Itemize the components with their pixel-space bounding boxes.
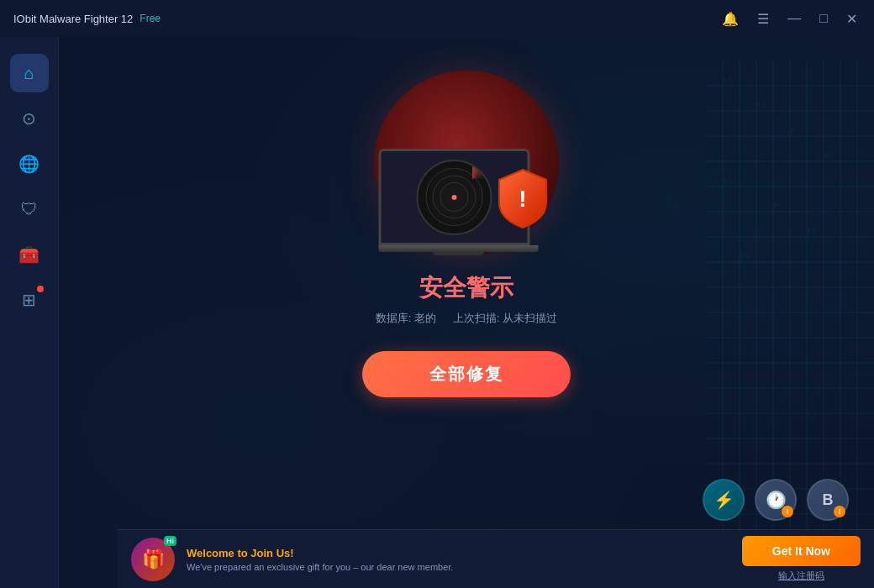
- banner-title: Welcome to Join Us!: [187, 547, 730, 559]
- sidebar-item-scan[interactable]: ⊙: [10, 99, 49, 138]
- hero-section: ! 安全警示 数据库: 老的 上次扫描: 从未扫描过 全部修复: [59, 37, 874, 397]
- b-warn-badge: !: [834, 506, 845, 517]
- apps-badge: [37, 286, 44, 292]
- clock-warn-badge: !: [782, 506, 793, 517]
- shield-active-icon: ⚡: [713, 490, 734, 510]
- scan-status: 上次扫描: 从未扫描过: [453, 311, 557, 326]
- sidebar-item-apps[interactable]: ⊞: [10, 281, 49, 319]
- maximize-button[interactable]: □: [816, 9, 831, 28]
- laptop-stand: [434, 252, 484, 255]
- home-icon: ⌂: [24, 64, 34, 83]
- laptop-base: [379, 245, 539, 252]
- fix-all-button[interactable]: 全部修复: [362, 351, 571, 397]
- sidebar-item-tools[interactable]: 🧰: [10, 235, 49, 274]
- b-status-icon[interactable]: B !: [807, 479, 849, 521]
- banner-text: Welcome to Join Us! We've prepared an ex…: [187, 547, 730, 572]
- status-subtitle: 数据库: 老的 上次扫描: 从未扫描过: [376, 311, 557, 326]
- radar-sweep: [455, 161, 491, 197]
- b-icon: B: [823, 491, 834, 509]
- radar-center: [452, 195, 457, 200]
- title-bar-controls: 🔔 ☰ — □ ✕: [719, 9, 861, 29]
- status-section: 安全警示 数据库: 老的 上次扫描: 从未扫描过: [376, 272, 557, 326]
- avatar-emoji: 🎁: [142, 549, 165, 570]
- status-icons-row: ⚡ 🕐 ! B !: [703, 479, 849, 521]
- sidebar-item-shield[interactable]: 🛡: [10, 190, 49, 228]
- sidebar: ⌂ ⊙ 🌐 🛡 🧰 ⊞: [0, 37, 59, 588]
- sidebar-item-home[interactable]: ⌂: [10, 54, 49, 92]
- apps-icon: ⊞: [22, 290, 36, 310]
- close-button[interactable]: ✕: [843, 9, 861, 29]
- app-badge: Free: [140, 13, 161, 24]
- status-title: 安全警示: [376, 272, 557, 304]
- shield-status-icon[interactable]: ⚡: [703, 479, 745, 521]
- bottom-banner: 🎁 Hi Welcome to Join Us! We've prepared …: [118, 529, 874, 588]
- sidebar-item-protection[interactable]: 🌐: [10, 144, 49, 183]
- shield-icon: 🛡: [21, 200, 38, 219]
- main-illustration: !: [324, 62, 609, 264]
- hi-badge: Hi: [164, 536, 176, 546]
- banner-avatar: 🎁 Hi: [131, 538, 175, 581]
- globe-icon: 🌐: [18, 154, 39, 174]
- title-bar-left: IObit Malware Fighter 12 Free: [13, 13, 161, 25]
- db-status: 数据库: 老的: [376, 311, 436, 326]
- main-container: ⌂ ⊙ 🌐 🛡 🧰 ⊞: [0, 37, 874, 588]
- banner-subtitle: We've prepared an exclusive gift for you…: [187, 562, 730, 572]
- reg-code-link[interactable]: 输入注册码: [778, 570, 824, 582]
- tools-icon: 🧰: [18, 244, 39, 265]
- clock-status-icon[interactable]: 🕐 !: [755, 479, 797, 521]
- get-it-now-button[interactable]: Get It Now: [742, 536, 861, 566]
- radar-display: [417, 160, 492, 235]
- banner-cta: Get It Now 输入注册码: [742, 536, 861, 582]
- notification-button[interactable]: 🔔: [719, 9, 742, 29]
- shield-svg: !: [496, 167, 550, 230]
- warning-shield: !: [496, 167, 550, 230]
- svg-text:!: !: [519, 186, 526, 212]
- content-area: 1 0 0 1 1 0 0 1 1 0 1 0 0 1: [59, 37, 874, 588]
- minimize-button[interactable]: —: [784, 9, 804, 28]
- title-bar: IObit Malware Fighter 12 Free 🔔 ☰ — □ ✕: [0, 0, 874, 37]
- app-title: IObit Malware Fighter 12: [13, 13, 133, 25]
- menu-button[interactable]: ☰: [754, 9, 772, 29]
- search-icon: ⊙: [22, 108, 36, 129]
